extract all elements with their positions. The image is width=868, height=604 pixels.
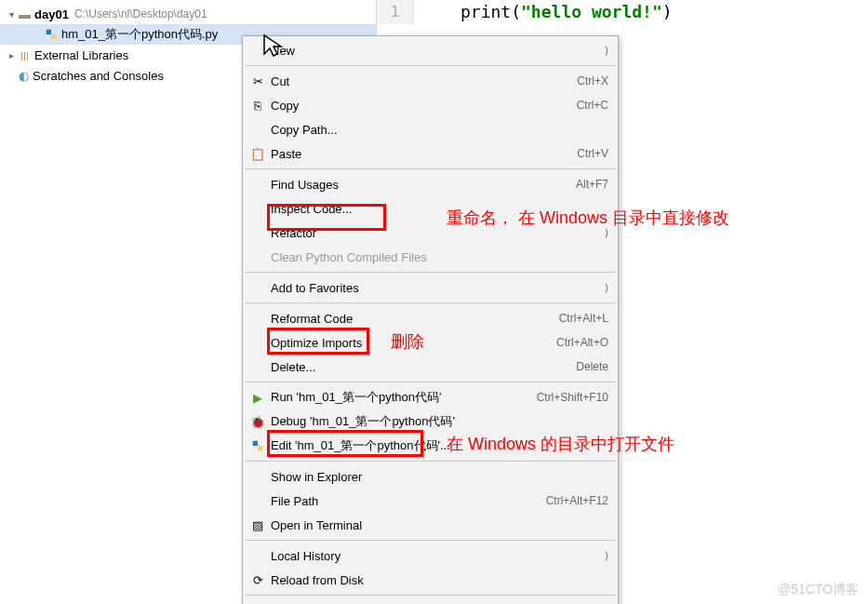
debug-icon: 🐞 bbox=[248, 414, 267, 429]
watermark: @51CTO博客 bbox=[778, 582, 859, 598]
scratches-label: Scratches and Consoles bbox=[33, 69, 164, 83]
menu-show-explorer[interactable]: Show in Explorer bbox=[243, 464, 618, 489]
run-icon: ▶ bbox=[248, 390, 267, 405]
annotation-explorer: 在 Windows 的目录中打开文件 bbox=[447, 433, 674, 455]
svg-rect-1 bbox=[51, 34, 56, 39]
submenu-arrow-icon: ⟩ bbox=[605, 282, 608, 294]
submenu-arrow-icon: ⟩ bbox=[605, 550, 608, 562]
menu-separator bbox=[245, 302, 616, 303]
copy-icon: ⎘ bbox=[248, 98, 267, 113]
menu-debug[interactable]: 🐞Debug 'hm_01_第一个python代码' bbox=[243, 409, 618, 434]
chevron-down-icon[interactable]: ▾ bbox=[6, 8, 17, 20]
menu-reformat[interactable]: Reformat CodeCtrl+Alt+L bbox=[243, 306, 618, 330]
python-file-icon bbox=[45, 28, 58, 41]
python-icon bbox=[248, 438, 267, 453]
menu-find-usages[interactable]: Find UsagesAlt+F7 bbox=[243, 172, 618, 196]
menu-compare[interactable]: ⇄Compare With...Ctrl+D bbox=[243, 598, 618, 604]
svg-rect-2 bbox=[253, 441, 258, 446]
menu-history[interactable]: Local History⟩ bbox=[243, 544, 618, 568]
scratches-icon: ◐ bbox=[19, 69, 29, 83]
annotation-delete: 删除 bbox=[391, 330, 424, 353]
paste-icon: 📋 bbox=[248, 146, 267, 161]
submenu-arrow-icon: ⟩ bbox=[605, 45, 608, 57]
menu-copy-path[interactable]: Copy Path... bbox=[243, 117, 618, 141]
menu-file-path[interactable]: File PathCtrl+Alt+F12 bbox=[243, 489, 618, 513]
menu-terminal[interactable]: ▨Open in Terminal bbox=[243, 513, 618, 537]
external-libs-label: External Libraries bbox=[34, 48, 128, 62]
terminal-icon: ▨ bbox=[248, 517, 267, 532]
menu-copy[interactable]: ⎘CopyCtrl+C bbox=[243, 93, 618, 117]
menu-delete[interactable]: Delete...Delete bbox=[243, 355, 618, 379]
reload-icon: ⟳ bbox=[248, 572, 267, 587]
menu-cut[interactable]: ✂CutCtrl+X bbox=[243, 69, 618, 93]
menu-separator bbox=[245, 540, 616, 541]
menu-run[interactable]: ▶Run 'hm_01_第一个python代码'Ctrl+Shift+F10 bbox=[243, 385, 618, 409]
menu-new[interactable]: New⟩ bbox=[243, 38, 618, 62]
file-name: hm_01_第一个python代码.py bbox=[61, 26, 218, 43]
svg-rect-0 bbox=[47, 30, 51, 34]
library-icon: ⫼ bbox=[19, 48, 31, 62]
menu-reload[interactable]: ⟳Reload from Disk bbox=[243, 568, 618, 592]
project-path: C:\Users\nl\Desktop\day01 bbox=[74, 7, 207, 20]
folder-icon: ▬ bbox=[19, 7, 31, 21]
menu-separator bbox=[245, 272, 616, 273]
annotation-refactor: 重命名， 在 Windows 目录中直接修改 bbox=[447, 207, 729, 229]
menu-optimize[interactable]: Optimize ImportsCtrl+Alt+O bbox=[243, 330, 618, 355]
cut-icon: ✂ bbox=[248, 74, 267, 88]
code-line[interactable]: print("hello world!") bbox=[414, 0, 673, 24]
menu-separator bbox=[245, 382, 616, 383]
menu-separator bbox=[245, 461, 616, 462]
project-root-row[interactable]: ▾ ▬ day01 C:\Users\nl\Desktop\day01 bbox=[0, 4, 376, 24]
menu-separator bbox=[245, 595, 616, 596]
svg-rect-3 bbox=[258, 446, 262, 450]
project-name: day01 bbox=[34, 7, 69, 21]
menu-separator bbox=[245, 65, 616, 66]
menu-favorites[interactable]: Add to Favorites⟩ bbox=[243, 275, 618, 300]
menu-separator bbox=[245, 168, 616, 169]
menu-paste[interactable]: 📋PasteCtrl+V bbox=[243, 141, 618, 166]
chevron-right-icon[interactable]: ▸ bbox=[6, 49, 17, 60]
line-number: 1 bbox=[377, 0, 414, 24]
context-menu: New⟩ ✂CutCtrl+X ⎘CopyCtrl+C Copy Path...… bbox=[242, 35, 619, 604]
menu-clean-py: Clean Python Compiled Files bbox=[243, 245, 618, 269]
